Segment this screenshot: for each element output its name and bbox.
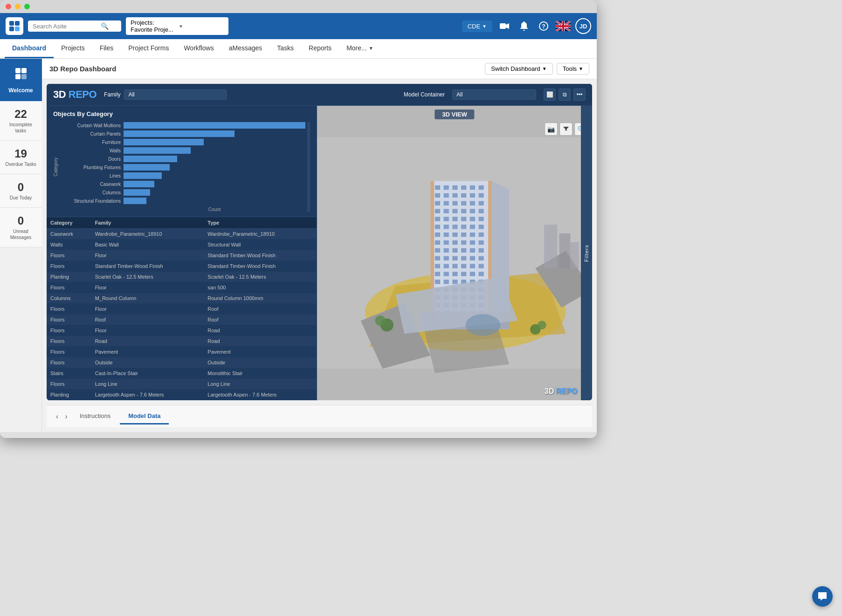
tools-button[interactable]: Tools ▼ [557, 63, 589, 75]
table-row[interactable]: FloorsFloorRoad [47, 325, 317, 336]
tab-prev-button[interactable]: ‹ [53, 411, 61, 423]
table-row[interactable]: PlantingLargetooth Aspen - 7.6 MetersLar… [47, 390, 317, 400]
table-row[interactable]: FloorsPavementPavement [47, 347, 317, 357]
svg-rect-132 [544, 225, 557, 268]
nav-item-projects[interactable]: Projects [54, 39, 92, 58]
bell-icon[interactable] [517, 19, 531, 34]
repo-logo: 3D REPO [53, 89, 97, 101]
table-cell: Cast-In-Place Stair [91, 368, 204, 379]
search-icon: 🔍 [101, 22, 109, 30]
table-cell: Floors [47, 347, 91, 357]
camera-tool-button[interactable]: 📷 [545, 123, 558, 136]
bar-fill [124, 139, 204, 145]
project-dropdown[interactable]: Projects: Favorite Proje... ▼ [126, 17, 228, 35]
bar-row: Casework [60, 181, 305, 187]
sidebar-stat-due-today[interactable]: 0 Due Today [0, 174, 42, 208]
table-row[interactable]: WallsBasic WallStructural Wall [47, 240, 317, 250]
table-cell: Road [91, 336, 204, 347]
table-row[interactable]: FloorsRoofRoof [47, 315, 317, 325]
filters-sidebar[interactable]: Filters [581, 106, 592, 400]
table-cell: Pavement [91, 347, 204, 357]
svg-marker-5 [506, 23, 509, 29]
table-row[interactable]: StairsCast-In-Place StairMonolithic Stai… [47, 368, 317, 379]
table-row[interactable]: FloorsOutsideOutside [47, 357, 317, 368]
chevron-down-icon: ▼ [579, 66, 583, 71]
navbar: Dashboard Projects Files Project Forms W… [0, 39, 597, 59]
welcome-label: Welcome [8, 87, 33, 94]
bar-row: Columns [60, 189, 305, 196]
family-select[interactable]: All [124, 89, 227, 100]
maximize-dot[interactable] [24, 4, 30, 9]
svg-rect-70 [452, 248, 457, 253]
switch-dashboard-button[interactable]: Switch Dashboard ▼ [485, 63, 552, 75]
mc-actions: ⬜ ⧉ ••• [544, 89, 586, 101]
svg-rect-133 [559, 233, 570, 268]
table-row[interactable]: FloorsFloorsan 500 [47, 282, 317, 293]
fullscreen-button[interactable]: ⬜ [544, 89, 556, 101]
nav-item-files[interactable]: Files [92, 39, 121, 58]
table-header-cell: Family [91, 217, 204, 229]
chevron-down-icon: ▼ [179, 24, 224, 29]
close-dot[interactable] [6, 4, 11, 9]
table-row[interactable]: FloorsRoadRoad [47, 336, 317, 347]
table-cell: Largetooth Aspen - 7.6 Meters [204, 390, 317, 400]
sidebar-stat-overdue[interactable]: 19 Overdue Tasks [0, 141, 42, 174]
bar-label: Columns [60, 190, 121, 195]
table-row[interactable]: FloorsFloorRoof [47, 304, 317, 315]
expand-button[interactable]: ⧉ [559, 89, 571, 101]
svg-rect-3 [15, 27, 20, 31]
nav-item-reports[interactable]: Reports [301, 39, 339, 58]
table-cell: Roof [204, 304, 317, 315]
tab-instructions[interactable]: Instructions [71, 409, 119, 424]
table-cell: Round Column 1000mm [204, 293, 317, 304]
svg-rect-87 [444, 272, 449, 276]
nav-item-workflows[interactable]: Workflows [176, 39, 221, 58]
chevron-down-icon: ▼ [482, 24, 487, 29]
nav-item-more[interactable]: More... ▼ [339, 39, 380, 58]
bar-label: Lines [60, 173, 121, 178]
search-input[interactable] [33, 23, 98, 30]
help-icon[interactable]: ? [536, 19, 551, 34]
table-row[interactable]: PlantingScarlet Oak - 12.5 MetersScarlet… [47, 272, 317, 282]
building-visualization [317, 106, 592, 400]
overdue-tasks-label: Overdue Tasks [5, 161, 36, 167]
language-flag[interactable] [556, 21, 571, 31]
table-row[interactable]: FloorsLong LineLong Line [47, 379, 317, 390]
nav-item-tasks[interactable]: Tasks [269, 39, 301, 58]
sidebar-stat-incomplete[interactable]: 22 Incomplete tasks [0, 101, 42, 141]
svg-rect-82 [452, 264, 457, 268]
table-cell: Standard Timber-Wood Finish [204, 261, 317, 272]
svg-rect-78 [470, 256, 475, 260]
filter-tool-button[interactable] [559, 123, 573, 136]
repo-body: Objects By Category Category Curtain Wal… [47, 106, 592, 400]
bar-label: Doors [60, 157, 121, 162]
more-button[interactable]: ••• [573, 89, 586, 101]
table-row[interactable]: FloorsStandard Timber-Wood FinishStandar… [47, 261, 317, 272]
table-area[interactable]: CategoryFamilyType CaseworkWardrobe_Para… [47, 217, 317, 400]
table-row[interactable]: ColumnsM_Round ColumnRound Column 1000mm [47, 293, 317, 304]
data-table: CategoryFamilyType CaseworkWardrobe_Para… [47, 217, 317, 400]
cde-button[interactable]: CDE ▼ [462, 21, 492, 32]
table-row[interactable]: FloorsFloorStandard Timber-Wood Finish [47, 250, 317, 261]
model-container-select[interactable]: All [452, 89, 536, 100]
bar-track [124, 147, 305, 154]
nav-item-project-forms[interactable]: Project Forms [121, 39, 176, 58]
minimize-dot[interactable] [15, 4, 21, 9]
table-cell: Floors [47, 357, 91, 368]
tab-model-data[interactable]: Model Data [120, 409, 169, 424]
table-row[interactable]: CaseworkWardrobe_Parametric_18910Wardrob… [47, 229, 317, 240]
svg-rect-1 [15, 21, 20, 26]
svg-rect-34 [452, 201, 457, 205]
incomplete-tasks-number: 22 [14, 108, 27, 121]
sidebar-stat-unread[interactable]: 0 Unread Messages [0, 208, 42, 247]
chart-title: Objects By Category [53, 110, 310, 117]
nav-item-dashboard[interactable]: Dashboard [5, 39, 54, 58]
search-box[interactable]: 🔍 [28, 21, 121, 32]
tab-next-button[interactable]: › [62, 411, 70, 423]
svg-rect-44 [435, 217, 440, 221]
chevron-down-icon: ▼ [542, 66, 547, 71]
sidebar-welcome[interactable]: Welcome [0, 59, 42, 101]
video-button[interactable] [497, 19, 512, 34]
user-avatar[interactable]: JD [575, 18, 591, 34]
nav-item-amessages[interactable]: aMessages [221, 39, 270, 58]
